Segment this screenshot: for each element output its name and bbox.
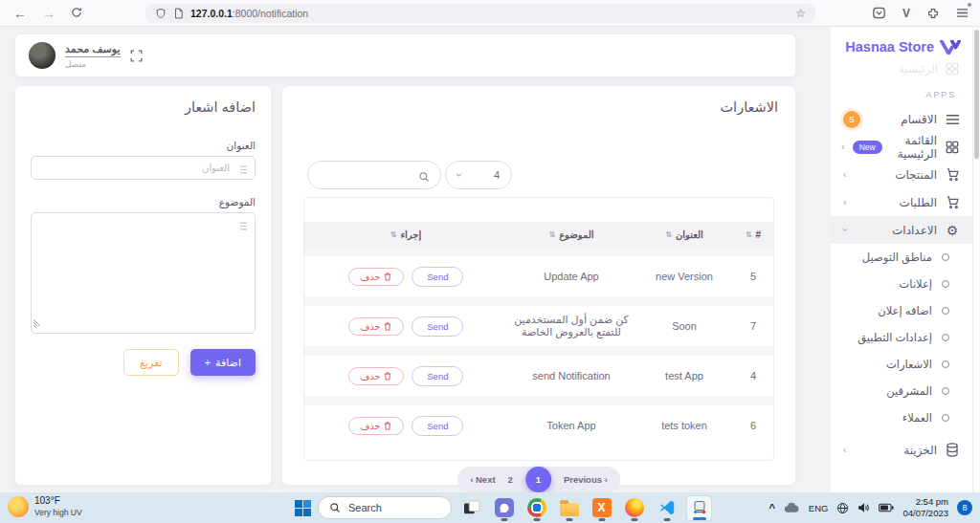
extension-v-icon[interactable]: V	[902, 7, 910, 20]
fullscreen-icon[interactable]	[130, 50, 143, 62]
browser-menu-icon[interactable]	[956, 5, 969, 22]
taskbar-search[interactable]: Search	[318, 496, 452, 519]
delete-button[interactable]: حذف	[348, 367, 405, 385]
add-button-label: اضافة	[215, 357, 241, 369]
sidebar-item-customers[interactable]: العملاء	[831, 404, 972, 431]
task-view-button[interactable]	[458, 495, 484, 521]
url-text: 127.0.0.1:8000/notification	[190, 8, 789, 19]
delete-button[interactable]: حذف	[348, 268, 405, 286]
sidebar-item-notifications[interactable]: الاشعارات	[831, 351, 972, 378]
sidebar-item-delivery-areas[interactable]: مناطق التوصيل	[831, 244, 972, 271]
vscode-icon[interactable]	[654, 495, 679, 521]
sidebar-item-app-settings[interactable]: إعدادات التطبيق	[831, 324, 972, 351]
user-name-link[interactable]: يوسف محمد	[65, 43, 121, 57]
cell-subject: Token App	[507, 420, 635, 431]
sidebar-item-supervisors[interactable]: المشرفين	[831, 378, 972, 404]
reload-icon	[71, 7, 82, 18]
table-row: 5 new Version Update App Send حذف	[304, 256, 773, 296]
column-header-action[interactable]: إجراء⇅	[304, 229, 507, 240]
language-indicator[interactable]: ENG	[809, 503, 829, 513]
address-bar[interactable]: 127.0.0.1:8000/notification ☆	[145, 4, 815, 23]
sort-icon: ⇅	[665, 230, 672, 239]
browser-back-button[interactable]: ←	[13, 6, 27, 21]
table-row: 7 Soon كن ضمن أول المستخدمين للتمتع بالع…	[304, 306, 773, 346]
clock[interactable]: 2:54 pm 04/07/2023	[902, 496, 948, 519]
onedrive-cloud-icon[interactable]	[784, 502, 800, 513]
sidebar-item-treasury[interactable]: الخزينة ›	[831, 436, 972, 464]
avatar[interactable]	[29, 42, 56, 69]
browser-reload-button[interactable]	[71, 6, 82, 21]
sidebar-item-ads[interactable]: إعلانات	[831, 271, 972, 297]
column-header-id[interactable]: #⇅	[733, 229, 773, 240]
bullet-icon	[942, 253, 949, 261]
page-scrollbar[interactable]	[972, 27, 980, 492]
weather-widget[interactable]: 103°F Very high UV	[8, 495, 82, 517]
sidebar-item-categories[interactable]: الاقسام 5	[831, 105, 972, 133]
delete-button[interactable]: حذف	[348, 417, 405, 435]
bookmark-star-icon[interactable]: ☆	[795, 7, 806, 20]
per-page-select[interactable]: › 4	[445, 161, 512, 189]
per-page-value: 4	[494, 169, 500, 181]
pagination-page-2[interactable]: 2	[508, 474, 513, 485]
shield-icon	[155, 8, 167, 19]
file-explorer-icon[interactable]	[556, 495, 582, 521]
trash-icon	[384, 272, 391, 281]
xampp-icon[interactable]: X	[589, 495, 614, 521]
sidebar-item-settings[interactable]: ⚙ الاعدادات ›	[831, 216, 972, 244]
snipping-tool-icon[interactable]	[686, 495, 712, 521]
column-header-title[interactable]: العنوان⇅	[635, 229, 733, 240]
chrome-icon[interactable]	[523, 495, 549, 521]
sidebar-item-label: المنتجات	[895, 168, 937, 182]
sidebar-item-label: إعلانات	[900, 277, 932, 291]
sidebar-item-main-menu[interactable]: القائمة الرئيسية New ›	[831, 133, 972, 161]
cart-icon	[945, 195, 960, 210]
user-header-card: يوسف محمد متصل	[15, 34, 795, 76]
chevron-icon: ›	[843, 197, 847, 207]
sidebar-section-label: APPS	[831, 76, 972, 105]
start-button[interactable]	[295, 500, 311, 516]
count-badge: 5	[843, 111, 860, 128]
pagination-previous[interactable]: Previous ›	[564, 474, 608, 485]
pocket-icon[interactable]	[872, 6, 886, 20]
notification-count-badge[interactable]: 8	[957, 500, 972, 515]
puzzle-icon[interactable]	[926, 7, 940, 20]
chat-app-icon[interactable]	[491, 495, 517, 521]
user-status: متصل	[65, 59, 121, 69]
grid-icon	[946, 62, 959, 76]
bullet-icon	[942, 414, 949, 422]
chevron-icon: ›	[843, 169, 847, 180]
subject-textarea[interactable]	[31, 212, 256, 334]
tray-chevron-up-icon[interactable]: ^	[768, 502, 774, 513]
delete-button[interactable]: حذف	[348, 317, 405, 336]
sidebar-item-add-ad[interactable]: اضافه إعلان	[831, 297, 972, 324]
speaker-icon[interactable]	[858, 502, 870, 513]
sidebar-item-label: اضافه إعلان	[878, 304, 932, 317]
network-globe-icon[interactable]	[836, 502, 849, 514]
send-button[interactable]: Send	[412, 316, 463, 337]
pagination-next[interactable]: ‹ Next	[470, 474, 495, 485]
browser-forward-button[interactable]: →	[42, 6, 56, 21]
sidebar-item-products[interactable]: المنتجات ›	[831, 161, 972, 188]
brand[interactable]: Hasnaa Store	[831, 27, 972, 56]
firefox-icon[interactable]	[621, 495, 647, 521]
send-button[interactable]: Send	[412, 267, 463, 287]
cell-title: Soon	[635, 320, 733, 332]
title-input[interactable]	[31, 156, 256, 180]
column-header-subject[interactable]: الموضوع⇅	[507, 229, 635, 240]
list-icon	[236, 162, 248, 179]
menu-notification-dot	[968, 3, 971, 7]
sidebar-item-orders[interactable]: الطلبات ›	[831, 188, 972, 216]
sort-icon: ⇅	[548, 230, 555, 239]
pagination: ‹ Next 2 1 Previous ›	[457, 467, 620, 492]
cell-title: new Version	[635, 271, 733, 282]
add-button[interactable]: اضافة +	[190, 349, 256, 376]
send-button[interactable]: Send	[412, 366, 463, 386]
resize-handle-icon[interactable]	[33, 315, 43, 332]
send-button[interactable]: Send	[412, 416, 463, 436]
cart-icon	[945, 167, 960, 183]
pagination-page-1-active[interactable]: 1	[525, 467, 551, 492]
add-notification-card: اضافه اشعار العنوان الموضوع	[15, 86, 271, 485]
scrollbar-thumb[interactable]	[974, 30, 979, 159]
battery-icon[interactable]	[879, 503, 894, 512]
clear-button[interactable]: تفريغ	[123, 349, 179, 376]
